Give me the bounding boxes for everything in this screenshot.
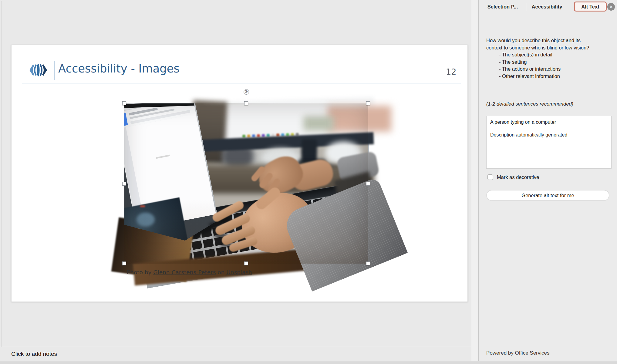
resize-handle-top-left[interactable]: [122, 101, 126, 105]
image-caption: Photo by Glenn Carstens-Peters on Unspla…: [127, 269, 252, 275]
resize-handle-middle-left[interactable]: [122, 182, 126, 186]
resize-handle-bottom-right[interactable]: [366, 261, 370, 265]
title-underline: [22, 83, 461, 83]
slide-number-separator: [442, 62, 442, 83]
resize-handle-middle-right[interactable]: [366, 182, 370, 186]
question-bullets: - The subject(s) in detail - The setting…: [499, 51, 609, 80]
question-bullet: - The actions or interactions: [499, 66, 609, 73]
pane-footer: Powered by Office Services: [486, 349, 550, 357]
question-bullet: - Other relevant information: [499, 73, 609, 80]
slide-title: Accessibility - Images: [58, 62, 180, 75]
alt-text-question: How would you describe this object and i…: [486, 37, 609, 80]
slide-number: 12: [446, 67, 456, 76]
caption-prefix: Photo by: [127, 269, 153, 275]
slide-logo-icon: [28, 63, 48, 77]
notes-divider: [0, 347, 479, 347]
rotation-handle[interactable]: ⟳: [244, 89, 249, 95]
alt-text-pane: Selection P... Accessibility Alt Text ✕ …: [479, 0, 617, 361]
resize-handle-bottom-left[interactable]: [122, 261, 126, 265]
selected-image-object[interactable]: ⟳: [124, 103, 368, 264]
photo-vignette: [124, 103, 368, 264]
caption-author-link[interactable]: Glenn Carstens-Peters: [153, 269, 216, 275]
caption-connector: on: [216, 269, 226, 275]
title-separator-line: [54, 61, 55, 80]
tab-alt-text-active[interactable]: Alt Text: [574, 2, 607, 12]
tab-accessibility[interactable]: Accessibility: [525, 0, 569, 13]
powerpoint-window: Accessibility - Images 12: [0, 0, 617, 364]
resize-handle-top-middle[interactable]: [244, 101, 248, 105]
mark-decorative-label: Mark as decorative: [497, 174, 539, 180]
caption-source-link[interactable]: Unsplash: [226, 269, 252, 275]
question-bullet: - The subject(s) in detail: [499, 51, 609, 59]
question-line: How would you describe this object and i…: [486, 37, 609, 44]
close-pane-button[interactable]: ✕: [607, 3, 615, 11]
slide-image[interactable]: [124, 103, 368, 264]
vertical-scrollbar-track: [471, 0, 478, 361]
resize-handle-bottom-middle[interactable]: [244, 261, 248, 265]
rotation-handle-stem: [246, 95, 246, 99]
slide-canvas[interactable]: Accessibility - Images 12: [11, 45, 468, 302]
resize-handle-top-right[interactable]: [366, 101, 370, 105]
generate-alt-text-button[interactable]: Generate alt text for me: [487, 190, 609, 201]
workspace-left-edge: [1, 1, 2, 347]
window-bottom-strip: [0, 361, 617, 364]
mark-decorative-checkbox[interactable]: [487, 174, 493, 180]
alt-text-input[interactable]: A person typing on a computer Descriptio…: [486, 116, 612, 169]
question-line: context to someone who is blind or low v…: [486, 44, 609, 52]
tab-selection-pane[interactable]: Selection P...: [481, 0, 524, 13]
notes-placeholder[interactable]: Click to add notes: [11, 351, 57, 357]
question-bullet: - The setting: [499, 59, 609, 66]
sentences-hint: (1-2 detailed sentences recommended): [486, 100, 573, 108]
